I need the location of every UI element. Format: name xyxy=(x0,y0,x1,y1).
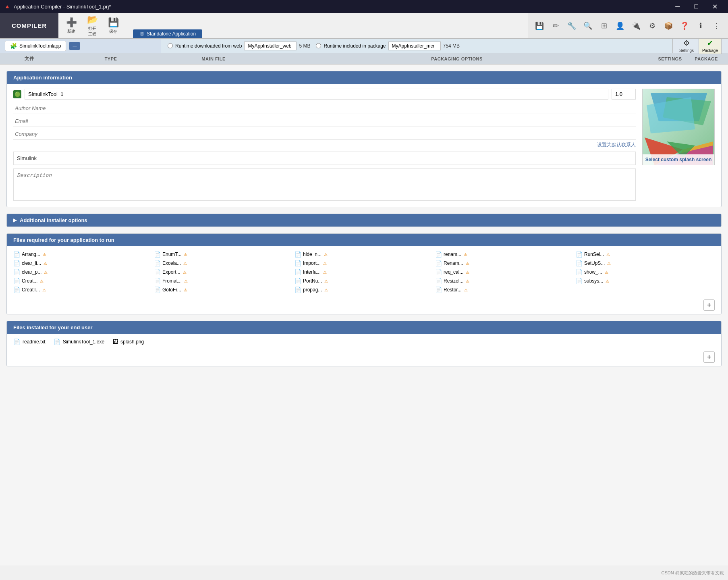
list-item[interactable]: 📄show_...⚠ xyxy=(576,269,715,275)
warning-icon: ⚠ xyxy=(184,279,188,283)
user-icon[interactable]: 👤 xyxy=(614,19,626,32)
minimize-button[interactable]: ─ xyxy=(668,0,687,13)
col-packaging-options: PACKAGING OPTIONS xyxy=(264,56,650,61)
included-runtime-radio[interactable] xyxy=(316,43,321,48)
splash-screen-label: Select custom splash screen xyxy=(643,154,714,165)
grid-icon[interactable]: ⊞ xyxy=(597,19,610,32)
included-installer-name-input[interactable] xyxy=(388,42,441,50)
end-user-files-header: Files installed for your end user xyxy=(7,321,721,334)
list-item[interactable]: 📄 SimulinkTool_1.exe xyxy=(54,339,104,345)
list-item[interactable]: 📄Interfa...⚠ xyxy=(295,269,433,275)
list-item[interactable]: 📄Import...⚠ xyxy=(295,260,433,266)
title-bar: 🔺 Application Compiler - SimulinkTool_1.… xyxy=(0,0,728,13)
web-runtime-radio[interactable] xyxy=(168,43,173,48)
list-item[interactable]: 📄Restor...⚠ xyxy=(435,287,574,293)
new-icon: ➕ xyxy=(66,17,77,28)
new-button[interactable]: ➕ 新建 xyxy=(62,16,81,36)
list-item[interactable]: 📄clear_p...⚠ xyxy=(13,269,152,275)
package-icon[interactable]: 📦 xyxy=(662,19,675,32)
warning-icon: ⚠ xyxy=(606,279,609,283)
list-item[interactable]: 📄PortNu...⚠ xyxy=(295,278,433,284)
list-item[interactable]: 📄GotoFr...⚠ xyxy=(154,287,293,293)
description-textarea[interactable] xyxy=(13,168,636,201)
list-item[interactable]: 📄 readme.txt xyxy=(13,339,46,345)
set-default-contact-link[interactable]: 设置为默认联系人 xyxy=(13,141,636,148)
standalone-application-tab[interactable]: 🖥 Standalone Application xyxy=(133,29,202,38)
list-item[interactable]: 🖼 splash.png xyxy=(112,339,144,345)
search-icon[interactable]: 🔍 xyxy=(581,19,594,32)
system-icons-area: 💾 ✏ 🔧 🔍 ⊞ 👤 🔌 ⚙ 📦 ❓ ℹ ⋮ xyxy=(528,13,728,38)
file-icon: 📄 xyxy=(576,269,583,275)
file-icon: 📄 xyxy=(154,278,161,284)
settings-icon[interactable]: ⚙ xyxy=(646,19,659,32)
list-item[interactable]: 📄Renam...⚠ xyxy=(435,260,574,266)
list-item[interactable]: 📄Resizel...⚠ xyxy=(435,278,574,284)
list-item[interactable]: 📄clear_li...⚠ xyxy=(13,260,152,266)
version-input[interactable] xyxy=(612,89,636,100)
list-item[interactable]: 📄propag...⚠ xyxy=(295,287,433,293)
warning-icon: ⚠ xyxy=(324,252,328,257)
list-item[interactable]: 📄subsys...⚠ xyxy=(576,278,715,284)
list-item[interactable]: 📄EnumT...⚠ xyxy=(154,251,293,258)
list-item[interactable]: 📄Arrang...⚠ xyxy=(13,251,152,258)
title-bar-controls[interactable]: ─ □ ✕ xyxy=(668,0,724,13)
collapse-arrow-icon: ▶ xyxy=(13,218,17,223)
list-item[interactable]: 📄req_cal...⚠ xyxy=(435,269,574,275)
settings-button[interactable]: ⚙ Settings xyxy=(679,39,694,53)
add-required-file-button[interactable]: + xyxy=(703,299,715,311)
open-button[interactable]: 📂 打开 工程 xyxy=(83,13,102,39)
list-item[interactable]: 📄Creat...⚠ xyxy=(13,278,152,284)
warning-icon: ⚠ xyxy=(184,288,187,292)
mlapp-icon: 🧩 xyxy=(10,43,17,49)
tab-icon: 🖥 xyxy=(139,31,144,37)
splash-image: Select custom splash screen xyxy=(642,89,715,165)
list-item[interactable]: 📄CreatT...⚠ xyxy=(13,287,152,293)
maximize-button[interactable]: □ xyxy=(687,0,705,13)
web-runtime-option[interactable]: Runtime downloaded from web 5 MB xyxy=(168,42,310,50)
plugin-icon[interactable]: 🔌 xyxy=(630,19,643,32)
add-end-user-file-button[interactable]: + xyxy=(703,351,715,363)
main-content-area: Application information 🟢 设置为默认联系人 Simul… xyxy=(0,64,728,565)
main-file-section: 🧩 SimulinkTool.mlapp ─ xyxy=(0,39,161,53)
tools-icon[interactable]: 🔧 xyxy=(565,19,578,32)
list-item[interactable]: 📄Excela...⚠ xyxy=(154,260,293,266)
author-name-input[interactable] xyxy=(13,103,636,114)
additional-options-header[interactable]: ▶ Additional installer options xyxy=(7,214,721,227)
warning-icon: ⚠ xyxy=(44,270,48,274)
remove-file-button[interactable]: ─ xyxy=(69,42,80,50)
info-icon[interactable]: ℹ xyxy=(694,19,707,32)
open-icon: 📂 xyxy=(87,15,98,25)
end-user-files-list: 📄 readme.txt 📄 SimulinkTool_1.exe 🖼 spla… xyxy=(7,334,721,350)
list-item[interactable]: 📄renam...⚠ xyxy=(435,251,574,258)
file-icon: 📄 xyxy=(435,251,442,258)
company-input[interactable] xyxy=(13,129,636,140)
file-icon: 📄 xyxy=(13,260,20,266)
warning-icon: ⚠ xyxy=(464,252,467,257)
add-end-user-file-row: + xyxy=(7,350,721,366)
close-button[interactable]: ✕ xyxy=(705,0,724,13)
app-name-input[interactable] xyxy=(25,89,608,100)
web-installer-name-input[interactable] xyxy=(244,42,297,50)
save-button[interactable]: 💾 保存 xyxy=(104,16,123,36)
list-item[interactable]: 📄hide_n...⚠ xyxy=(295,251,433,258)
package-button[interactable]: ✔ Package xyxy=(699,37,722,54)
warning-icon: ⚠ xyxy=(466,279,469,283)
app-info-panel: Application information 🟢 设置为默认联系人 Simul… xyxy=(6,71,722,207)
list-item[interactable]: 📄RunSel...⚠ xyxy=(576,251,715,258)
title-bar-left: 🔺 Application Compiler - SimulinkTool_1.… xyxy=(4,4,111,10)
list-item[interactable]: 📄Fromat...⚠ xyxy=(154,278,293,284)
email-input[interactable] xyxy=(13,116,636,127)
question-icon[interactable]: ❓ xyxy=(678,19,691,32)
splash-screen-selector[interactable]: Select custom splash screen xyxy=(642,89,715,165)
app-name-row: 🟢 xyxy=(13,89,636,100)
required-files-panel: Files required for your application to r… xyxy=(6,233,722,314)
list-item[interactable]: 📄Export...⚠ xyxy=(154,269,293,275)
txt-file-icon: 📄 xyxy=(13,339,20,345)
extra-icon[interactable]: ⋮ xyxy=(710,19,723,32)
included-runtime-option[interactable]: Runtime included in package 754 MB xyxy=(316,42,459,50)
main-file-tab[interactable]: 🧩 SimulinkTool.mlapp xyxy=(5,41,66,51)
edit-icon[interactable]: ✏ xyxy=(549,19,562,32)
help-icon[interactable]: 💾 xyxy=(533,19,546,32)
compiler-label: COMPILER xyxy=(0,13,58,38)
list-item[interactable]: 📄SetUpS...⚠ xyxy=(576,260,715,266)
